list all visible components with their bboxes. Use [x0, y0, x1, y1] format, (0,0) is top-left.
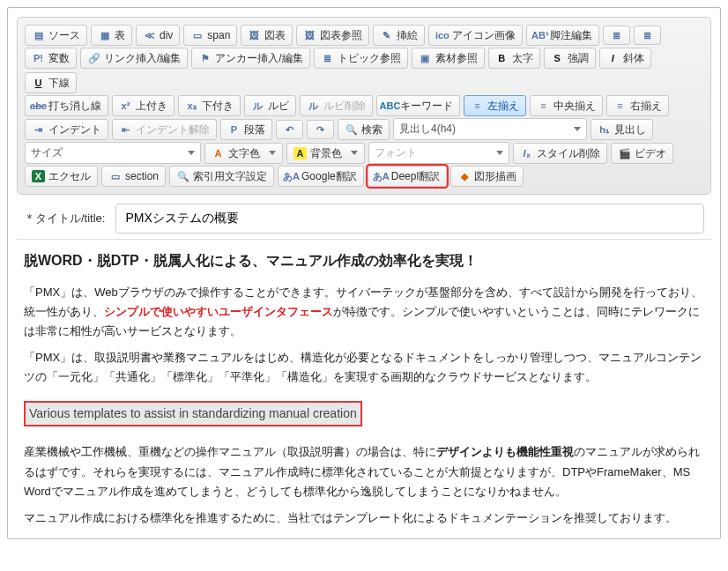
outdent-button[interactable]: ⇤インデント解除	[112, 119, 217, 140]
topic-ref-button[interactable]: ≣トピック参照	[314, 48, 408, 69]
number-list-icon: ≣	[641, 29, 654, 41]
deepl-translate-button[interactable]: あADeepl翻訳	[368, 166, 447, 187]
label: 右揃え	[630, 99, 662, 113]
paragraph: 「PMX」は、Webブラウザのみで操作することができます。サイバーテックが基盤部…	[24, 283, 704, 341]
shape-icon: ◆	[457, 170, 471, 182]
label: 下付き	[202, 99, 234, 113]
label: 図形描画	[474, 169, 516, 183]
chevron-down-icon	[496, 151, 503, 155]
figure-button[interactable]: 🖼図表	[241, 25, 293, 46]
label: インデント解除	[136, 122, 210, 137]
google-translate-button[interactable]: あAGoogle翻訳	[278, 166, 364, 187]
source-button[interactable]: ▤ソース	[25, 25, 87, 46]
link-button[interactable]: 🔗リンク挿入/編集	[80, 48, 188, 69]
align-right-button[interactable]: ≡右揃え	[606, 95, 669, 116]
label: 図表	[264, 28, 286, 42]
size-select[interactable]: サイズ	[25, 142, 201, 164]
bullet-list-button[interactable]: ≣	[603, 26, 630, 45]
undo-button[interactable]: ↶	[276, 120, 303, 139]
footnote-button[interactable]: AB¹脚注編集	[526, 25, 599, 46]
bold-button[interactable]: B太字	[488, 48, 540, 69]
heading-icon: h₁	[598, 123, 611, 136]
value: サイズ	[31, 145, 63, 160]
section-button[interactable]: ▭section	[101, 166, 166, 187]
font-select[interactable]: フォント	[368, 142, 509, 164]
ruby-del-icon: ル	[307, 100, 320, 112]
superscript-button[interactable]: x²上付き	[112, 95, 175, 116]
emphasis-red: シンプルで使いやすいユーザインタフェース	[104, 305, 333, 318]
label: span	[207, 28, 230, 42]
label: 段落	[244, 122, 265, 137]
subscript-button[interactable]: x₂下付き	[178, 95, 241, 116]
content-area[interactable]: 脱WORD・脱DTP・脱属人化による、マニュアル作成の効率化を実現！ 「PMX」…	[17, 239, 711, 530]
underline-icon: U	[32, 77, 45, 89]
bullet-list-icon: ≣	[610, 29, 623, 41]
excel-button[interactable]: Xエクセル	[25, 166, 98, 187]
label: ソース	[48, 28, 80, 42]
content-heading-4-highlighted: Various templates to assist in standardi…	[24, 401, 362, 426]
strong-button[interactable]: S強調	[544, 48, 596, 69]
number-list-button[interactable]: ≣	[634, 26, 661, 45]
asset-ref-button[interactable]: ▣素材参照	[412, 48, 485, 69]
label: 打ち消し線	[48, 99, 101, 113]
insert-image-button[interactable]: ✎挿絵	[373, 25, 425, 46]
undo-icon: ↶	[283, 123, 296, 136]
topic-ref-icon: ≣	[321, 52, 334, 64]
style-clear-icon: Iₓ	[520, 147, 533, 159]
text-color-button[interactable]: A文字色	[204, 143, 283, 164]
anchor-icon: ⚑	[198, 52, 212, 64]
label: 表	[115, 28, 125, 42]
italic-button[interactable]: I斜体	[599, 48, 651, 69]
keyword-button[interactable]: ABCキーワード	[376, 95, 460, 116]
label: ルビ削除	[323, 99, 366, 113]
bold-icon: B	[495, 52, 509, 64]
align-right-icon: ≡	[613, 100, 627, 112]
search-button[interactable]: 🔍検索	[338, 119, 390, 140]
label: Deepl翻訳	[391, 169, 440, 183]
index-config-button[interactable]: 🔍索引用文字設定	[169, 166, 274, 187]
underline-button[interactable]: U下線	[25, 72, 77, 93]
label: 脚注編集	[550, 28, 592, 42]
align-left-button[interactable]: ≡左揃え	[464, 95, 526, 116]
paragraph: 産業機械や工作機械、重機などの操作マニュアル（取扱説明書）の場合は、特にデザイン…	[24, 442, 704, 501]
heading-select[interactable]: 見出し4(h4)	[393, 118, 587, 140]
table-button[interactable]: ▦表	[91, 25, 132, 46]
ruby-delete-button[interactable]: ルルビ削除	[300, 95, 373, 116]
table-icon: ▦	[98, 29, 111, 41]
align-center-button[interactable]: ≡中央揃え	[530, 95, 603, 116]
label: ビデオ	[635, 146, 666, 160]
variable-button[interactable]: P!変数	[25, 48, 77, 69]
indent-icon: ⇥	[32, 123, 45, 136]
ruby-button[interactable]: ルルビ	[244, 95, 296, 116]
text-color-icon: A	[212, 147, 225, 159]
indent-button[interactable]: ⇥インデント	[25, 119, 108, 140]
video-button[interactable]: 🎬ビデオ	[611, 143, 673, 164]
link-icon: 🔗	[87, 52, 100, 64]
strike-icon: abc	[32, 100, 45, 112]
translate-icon: あA	[285, 170, 298, 182]
redo-button[interactable]: ↷	[307, 120, 334, 139]
label: 検索	[361, 122, 383, 137]
style-clear-button[interactable]: Iₓスタイル削除	[513, 143, 607, 164]
heading-button[interactable]: h₁見出し	[591, 119, 653, 140]
strikethrough-button[interactable]: abc打ち消し線	[25, 95, 108, 116]
icon-image-button[interactable]: icoアイコン画像	[428, 25, 523, 46]
label: 強調	[568, 51, 589, 65]
shape-draw-button[interactable]: ◆図形描画	[450, 166, 524, 187]
keyword-icon: ABC	[383, 100, 397, 112]
toolbar-row-3: abc打ち消し線 x²上付き x₂下付き ルルビ ルルビ削除 ABCキーワード …	[25, 95, 703, 116]
toolbar-row-5: サイズ A文字色 A背景色 フォント Iₓスタイル削除 🎬ビデオ	[25, 142, 703, 164]
paragraph-button[interactable]: P段落	[220, 119, 272, 140]
span-button[interactable]: ▭span	[183, 25, 237, 46]
toolbar-row-2: P!変数 🔗リンク挿入/編集 ⚑アンカー挿入/編集 ≣トピック参照 ▣素材参照 …	[25, 48, 703, 93]
div-button[interactable]: ≪div	[136, 25, 180, 46]
anchor-button[interactable]: ⚑アンカー挿入/編集	[191, 48, 309, 69]
index-icon: 🔍	[176, 170, 189, 182]
translate-icon: あA	[375, 170, 388, 182]
content-heading-3: 脱WORD・脱DTP・脱属人化による、マニュアル作成の効率化を実現！	[24, 252, 704, 271]
toolbar-row-1: ▤ソース ▦表 ≪div ▭span 🖼図表 🖼図表参照 ✎挿絵 icoアイコン…	[25, 25, 703, 46]
title-input[interactable]	[115, 204, 704, 234]
bg-color-button[interactable]: A背景色	[286, 143, 365, 164]
bg-color-icon: A	[293, 147, 307, 159]
figure-ref-button[interactable]: 🖼図表参照	[296, 25, 369, 46]
